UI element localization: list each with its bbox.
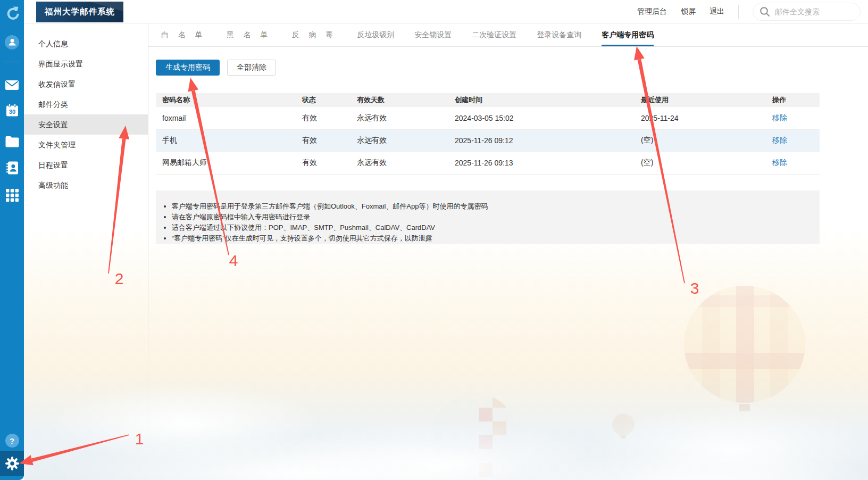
tab-security-lock[interactable]: 安全锁设置 — [414, 23, 452, 46]
admin-console-link[interactable]: 管理后台 — [637, 7, 667, 16]
logout-link[interactable]: 退出 — [710, 7, 724, 16]
remove-link[interactable]: 移除 — [772, 113, 787, 122]
top-bar: 福州大学邮件系统 管理后台 锁屏 退出 — [24, 0, 868, 23]
remove-link[interactable]: 移除 — [772, 136, 787, 144]
cell-name: 手机 — [156, 129, 302, 152]
profile-avatar-icon[interactable] — [0, 35, 24, 49]
header-last-used: 最近使用 — [641, 93, 772, 107]
settings-gear-icon[interactable] — [0, 451, 24, 476]
header-created: 创建时间 — [455, 93, 641, 107]
sidebar-item-send-receive[interactable]: 收发信设置 — [24, 74, 148, 94]
note-item: 请在客户端原密码框中输入专用密码进行登录 — [172, 212, 820, 222]
cloud — [503, 452, 868, 480]
note-item: 适合客户端通过以下协议使用：POP、IMAP、SMTP、Pushmail、Cal… — [172, 222, 820, 233]
hot-air-balloon-large — [681, 285, 808, 412]
remove-link[interactable]: 移除 — [772, 158, 787, 167]
folder-icon[interactable] — [0, 134, 24, 148]
cell-valid-days: 永远有效 — [357, 152, 455, 174]
cell-status: 有效 — [302, 152, 357, 174]
help-icon[interactable]: ? — [0, 433, 24, 448]
tab-blacklist[interactable]: 黑 名 单 — [227, 23, 272, 46]
sidebar-item-schedule-settings[interactable]: 日程设置 — [24, 155, 148, 175]
tab-antivirus[interactable]: 反 病 毒 — [292, 23, 337, 46]
sidebar-item-display-settings[interactable]: 界面显示设置 — [24, 54, 148, 74]
password-toolbar: 生成专用密码 全部清除 — [156, 60, 276, 76]
mail-settings-page: 30 — [0, 0, 868, 480]
header-action: 操作 — [772, 93, 820, 107]
calendar-icon[interactable]: 30 — [0, 103, 24, 119]
sidebar-item-security-settings[interactable]: 安全设置 — [24, 114, 148, 135]
topbar-divider — [738, 5, 739, 19]
sidebar-item-advanced-features[interactable]: 高级功能 — [24, 175, 148, 195]
cell-last-used: 2025-11-24 — [641, 107, 772, 129]
client-password-table: 密码名称 状态 有效天数 创建时间 最近使用 操作 foxmail 有效 永远有… — [156, 93, 820, 175]
background-sky — [24, 229, 868, 480]
table-header-row: 密码名称 状态 有效天数 创建时间 最近使用 操作 — [156, 93, 820, 107]
cell-name: foxmail — [156, 107, 302, 129]
note-item: “客户端专用密码”仅在生成时可见，支持设置多个，切勿使用其它方式保存，以防泄露 — [172, 233, 820, 244]
tab-login-devices[interactable]: 登录设备查询 — [537, 23, 581, 46]
sidebar-item-personal-info[interactable]: 个人信息 — [24, 34, 148, 54]
table-row: foxmail 有效 永远有效 2024-03-05 15:02 2025-11… — [156, 107, 820, 129]
header-valid-days: 有效天数 — [357, 93, 455, 107]
cell-created: 2025-11-26 09:12 — [455, 129, 641, 152]
left-icon-rail: 30 — [0, 0, 24, 480]
search-icon — [760, 6, 770, 17]
cell-created: 2024-03-05 15:02 — [455, 107, 641, 129]
settings-sidebar: 个人信息 界面显示设置 收发信设置 邮件分类 安全设置 文件夹管理 日程设置 高… — [24, 23, 148, 195]
tab-client-passwords[interactable]: 客户端专用密码 — [602, 23, 654, 46]
cell-valid-days: 永远有效 — [357, 107, 455, 129]
table-row: 手机 有效 永远有效 2025-11-26 09:12 (空) 移除 — [156, 129, 820, 152]
back-icon[interactable] — [0, 6, 24, 21]
cell-created: 2025-11-26 09:13 — [455, 152, 641, 174]
header-password-name: 密码名称 — [156, 93, 302, 107]
lock-screen-link[interactable]: 锁屏 — [681, 7, 696, 16]
contacts-icon[interactable] — [0, 160, 24, 175]
sidebar-item-folder-management[interactable]: 文件夹管理 — [24, 135, 148, 155]
clear-all-button[interactable]: 全部清除 — [227, 60, 276, 76]
cloud — [56, 436, 535, 480]
mail-icon[interactable] — [0, 78, 24, 93]
app-logo: 福州大学邮件系统 — [36, 2, 123, 22]
security-tabs: 白 名 单 黑 名 单 反 病 毒 反垃圾级别 安全锁设置 二次验证设置 登录设… — [148, 23, 868, 47]
cell-last-used: (空) — [641, 129, 772, 152]
generate-password-button[interactable]: 生成专用密码 — [156, 60, 220, 76]
svg-text:30: 30 — [9, 109, 15, 115]
mail-search-box[interactable] — [753, 3, 861, 21]
sidebar-item-mail-category[interactable]: 邮件分类 — [24, 94, 148, 114]
tab-whitelist[interactable]: 白 名 单 — [161, 23, 206, 46]
table-row: 网易邮箱大师 有效 永远有效 2025-11-26 09:13 (空) 移除 — [156, 152, 820, 174]
search-input[interactable] — [775, 7, 855, 16]
apps-grid-icon[interactable] — [0, 188, 24, 202]
cell-last-used: (空) — [641, 152, 772, 174]
topbar-right: 管理后台 锁屏 退出 — [637, 0, 861, 23]
cell-status: 有效 — [302, 129, 357, 152]
cell-name: 网易邮箱大师 — [156, 152, 302, 174]
note-item: 客户端专用密码是用于登录第三方邮件客户端（例如Outlook、Foxmail、邮… — [172, 201, 820, 212]
rail-divider — [4, 62, 20, 62]
usage-notes-panel: 客户端专用密码是用于登录第三方邮件客户端（例如Outlook、Foxmail、邮… — [156, 191, 820, 244]
cell-status: 有效 — [302, 107, 357, 129]
header-status: 状态 — [302, 93, 357, 107]
sidebar-border — [148, 23, 148, 465]
tab-antispam-level[interactable]: 反垃圾级别 — [357, 23, 394, 46]
tab-two-factor[interactable]: 二次验证设置 — [472, 23, 516, 46]
cell-valid-days: 永远有效 — [357, 129, 455, 152]
